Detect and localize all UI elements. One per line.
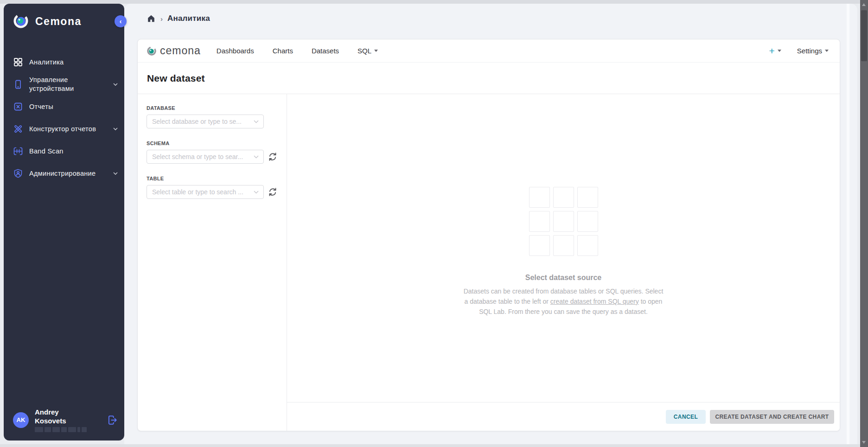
sidebar-item-label: Конструктор отчетов xyxy=(29,125,102,134)
scroll-up-icon[interactable] xyxy=(862,3,866,6)
sidebar-collapse-button[interactable]: ‹ xyxy=(115,15,127,27)
user-name: Andrey Kosovets xyxy=(35,408,87,432)
cemona-brand-icon xyxy=(147,46,156,56)
source-panel: DATABASE Select database or type to se..… xyxy=(138,94,287,431)
admin-shield-icon xyxy=(13,168,23,179)
chevron-down-icon xyxy=(254,191,259,194)
table-grid-icon xyxy=(529,187,598,256)
scrollbar[interactable] xyxy=(860,0,868,447)
sidebar-item-label: Управление устройствами xyxy=(29,76,102,93)
empty-state-title: Select dataset source xyxy=(525,274,602,282)
chevron-down-icon xyxy=(113,128,118,130)
create-dataset-from-sql-link[interactable]: create dataset from SQL query xyxy=(550,298,639,305)
sidebar-item-report-builder[interactable]: Конструктор отчетов xyxy=(4,118,124,140)
caret-down-icon xyxy=(374,50,378,52)
sidebar-item-label: Band Scan xyxy=(29,147,102,156)
schema-select[interactable]: Select schema or type to sear... xyxy=(147,150,264,164)
table-label: TABLE xyxy=(147,176,278,181)
empty-state: Select dataset source Datasets can be cr… xyxy=(287,94,840,317)
sidebar-item-administration[interactable]: Администрирование xyxy=(4,162,124,185)
window-bottom-edge xyxy=(0,444,868,447)
nav-sql[interactable]: SQL xyxy=(357,47,378,55)
user-block: AK Andrey Kosovets xyxy=(4,408,124,437)
nav-right: + Settings xyxy=(769,46,832,56)
sidebar-item-label: Аналитика xyxy=(29,58,102,67)
redacted-text xyxy=(35,427,87,432)
breadcrumb-separator: › xyxy=(160,15,163,23)
brand-text: cemona xyxy=(160,45,201,57)
new-item-button[interactable]: + xyxy=(769,46,781,56)
card-body: DATABASE Select database or type to se..… xyxy=(138,94,840,431)
report-builder-icon xyxy=(13,124,23,134)
new-dataset-card: cemona Dashboards Charts Datasets SQL + … xyxy=(137,39,840,431)
right-gutter xyxy=(847,4,849,447)
main-content: › Аналитика cemona Dashboards Charts Dat… xyxy=(124,4,857,447)
nav-dashboards[interactable]: Dashboards xyxy=(217,47,254,55)
window-top-edge xyxy=(0,0,868,4)
database-label: DATABASE xyxy=(147,105,278,111)
empty-state-text: Datasets can be created from database ta… xyxy=(464,286,664,317)
refresh-schema-icon[interactable] xyxy=(268,152,277,161)
cancel-button[interactable]: CANCEL xyxy=(666,410,706,424)
sidebar-menu: Аналитика Управление устройствами Отчеты xyxy=(4,51,124,185)
sidebar-item-analytics[interactable]: Аналитика xyxy=(4,51,124,73)
avatar: AK xyxy=(13,412,29,428)
app-nav: cemona Dashboards Charts Datasets SQL + … xyxy=(138,39,840,63)
nav-menu: Dashboards Charts Datasets SQL xyxy=(217,47,378,55)
page-header: New dataset xyxy=(138,63,840,94)
create-dataset-button[interactable]: CREATE DATASET AND CREATE CHART xyxy=(710,410,834,424)
sidebar: Cemona Аналитика Управление устройствами xyxy=(4,4,124,441)
refresh-table-icon[interactable] xyxy=(268,187,277,197)
device-icon xyxy=(13,79,23,89)
chevron-down-icon xyxy=(254,155,259,159)
sidebar-item-label: Отчеты xyxy=(29,102,102,111)
dataset-preview-panel: Select dataset source Datasets can be cr… xyxy=(287,94,840,431)
cemona-logo-icon xyxy=(13,13,30,30)
chevron-down-icon xyxy=(113,83,118,86)
sidebar-item-label: Администрирование xyxy=(29,169,102,178)
nav-datasets[interactable]: Datasets xyxy=(312,47,339,55)
scroll-down-icon[interactable] xyxy=(862,441,866,444)
breadcrumb-current: Аналитика xyxy=(167,14,210,23)
app-logo[interactable]: Cemona xyxy=(4,4,124,30)
breadcrumb: › Аналитика xyxy=(147,14,210,23)
plus-icon: + xyxy=(769,46,775,56)
settings-menu[interactable]: Settings xyxy=(797,47,829,55)
logout-icon[interactable] xyxy=(107,415,118,426)
scrollbar-thumb[interactable] xyxy=(861,10,867,61)
report-x-icon xyxy=(13,102,23,112)
cemona-brand[interactable]: cemona xyxy=(147,45,201,57)
chevron-down-icon xyxy=(113,172,118,175)
chevron-down-icon xyxy=(254,120,259,123)
database-select[interactable]: Select database or type to se... xyxy=(147,115,264,128)
schema-label: SCHEMA xyxy=(147,140,278,146)
home-icon[interactable] xyxy=(147,14,156,23)
dashboard-grid-icon xyxy=(13,57,23,67)
app-logo-text: Cemona xyxy=(35,15,82,28)
nav-charts[interactable]: Charts xyxy=(273,47,293,55)
caret-down-icon xyxy=(778,50,781,52)
sidebar-item-device-management[interactable]: Управление устройствами xyxy=(4,73,124,96)
caret-down-icon xyxy=(825,50,829,52)
card-footer: CANCEL CREATE DATASET AND CREATE CHART xyxy=(287,402,840,431)
sidebar-item-reports[interactable]: Отчеты xyxy=(4,96,124,118)
page-title: New dataset xyxy=(147,73,205,84)
sidebar-item-band-scan[interactable]: Band Scan xyxy=(4,140,124,162)
table-select[interactable]: Select table or type to search ... xyxy=(147,185,264,199)
band-scan-icon xyxy=(13,146,23,156)
